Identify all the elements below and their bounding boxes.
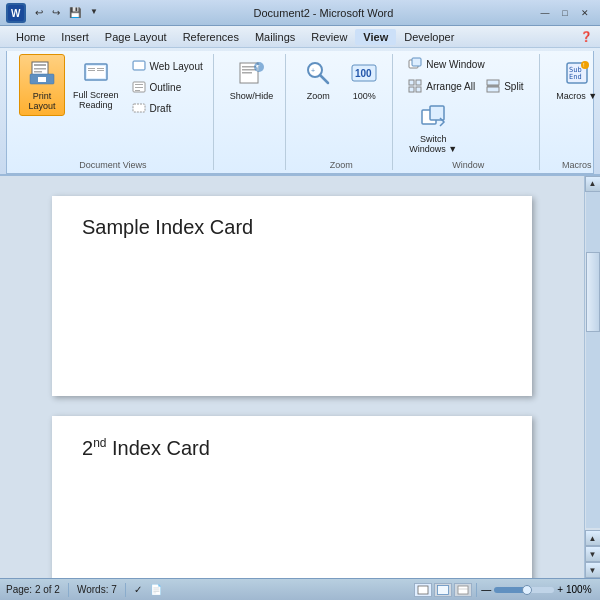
scroll-down-btn[interactable]: ▼ bbox=[585, 562, 601, 578]
show-hide-btn[interactable]: ¶ Show/Hide bbox=[224, 54, 280, 104]
zoom-group-label: Zoom bbox=[330, 158, 353, 170]
vertical-scrollbar: ▲ ▲ ▼ ▼ bbox=[584, 176, 600, 578]
zoom-slider-thumb[interactable] bbox=[522, 585, 532, 595]
menu-mailings[interactable]: Mailings bbox=[247, 29, 303, 45]
status-right: — + 100% bbox=[414, 583, 594, 597]
document-views-buttons: PrintLayout bbox=[19, 54, 207, 118]
arrange-all-label: Arrange All bbox=[426, 81, 475, 92]
scroll-thumb[interactable] bbox=[586, 252, 600, 332]
close-btn[interactable]: ✕ bbox=[576, 5, 594, 21]
svg-rect-33 bbox=[412, 58, 421, 66]
menu-home[interactable]: Home bbox=[8, 29, 53, 45]
content-area: Sample Index Card 2nd Index Card ▲ ▲ ▼ ▼ bbox=[0, 176, 600, 578]
outline-btn[interactable]: Outline bbox=[127, 77, 207, 97]
word-count[interactable]: Words: 7 bbox=[77, 584, 117, 595]
ribbon-group-window: New Window Arrange All bbox=[397, 54, 540, 170]
zoom-controls: — + 100% bbox=[481, 584, 594, 595]
svg-rect-37 bbox=[416, 87, 421, 92]
macros-btn[interactable]: Sub End ! Macros ▼ bbox=[550, 54, 600, 104]
superscript-nd: nd bbox=[93, 436, 106, 450]
save-btn[interactable]: 💾 bbox=[66, 6, 84, 19]
zoom-slider[interactable] bbox=[494, 587, 554, 593]
draft-icon bbox=[131, 100, 147, 116]
svg-rect-19 bbox=[135, 90, 140, 91]
ribbon-group-document-views: PrintLayout bbox=[13, 54, 214, 170]
menu-page-layout[interactable]: Page Layout bbox=[97, 29, 175, 45]
scroll-page-down-btn[interactable]: ▼ bbox=[585, 546, 601, 562]
svg-rect-39 bbox=[487, 87, 499, 92]
zoom-btn[interactable]: + Zoom bbox=[296, 54, 340, 104]
help-icon[interactable]: ❓ bbox=[580, 31, 592, 42]
menu-references[interactable]: References bbox=[175, 29, 247, 45]
zoom-in-btn[interactable]: + bbox=[557, 584, 563, 595]
svg-rect-48 bbox=[418, 586, 428, 594]
zoom-icon: + bbox=[302, 57, 334, 89]
print-layout-btn[interactable]: PrintLayout bbox=[19, 54, 65, 116]
arrange-all-icon bbox=[407, 78, 423, 94]
arrange-all-btn[interactable]: Arrange All bbox=[403, 76, 479, 96]
svg-rect-17 bbox=[135, 84, 143, 85]
svg-rect-13 bbox=[97, 70, 104, 71]
undo-btn[interactable]: ↩ bbox=[32, 6, 46, 19]
outline-label: Outline bbox=[150, 82, 182, 93]
app-logo: W bbox=[6, 3, 26, 23]
window-title: Document2 - Microsoft Word bbox=[111, 7, 536, 19]
menu-developer[interactable]: Developer bbox=[396, 29, 462, 45]
svg-rect-35 bbox=[416, 80, 421, 85]
draft-btn[interactable]: Draft bbox=[127, 98, 207, 118]
index-card-2: 2nd Index Card bbox=[52, 416, 532, 578]
svg-rect-9 bbox=[87, 66, 105, 78]
full-screen-reading-btn[interactable]: Full ScreenReading bbox=[67, 54, 125, 114]
new-window-btn[interactable]: New Window bbox=[403, 54, 488, 74]
document-scroll-area[interactable]: Sample Index Card 2nd Index Card bbox=[0, 176, 584, 578]
zoom-buttons: + Zoom 100 100% bbox=[296, 54, 386, 104]
ribbon-group-zoom: + Zoom 100 100% bbox=[290, 54, 393, 170]
view-full-btn[interactable] bbox=[434, 583, 452, 597]
scroll-up-btn[interactable]: ▲ bbox=[585, 176, 601, 192]
svg-rect-49 bbox=[438, 585, 449, 594]
menu-review[interactable]: Review bbox=[303, 29, 355, 45]
svg-rect-23 bbox=[242, 69, 256, 71]
web-layout-label: Web Layout bbox=[150, 61, 203, 72]
switch-windows-btn[interactable]: SwitchWindows ▼ bbox=[403, 98, 463, 158]
print-layout-label: PrintLayout bbox=[28, 92, 55, 112]
outline-icon bbox=[131, 79, 147, 95]
svg-text:End: End bbox=[569, 73, 582, 81]
web-layout-icon bbox=[131, 58, 147, 74]
menu-view[interactable]: View bbox=[355, 29, 396, 45]
svg-rect-5 bbox=[34, 71, 42, 73]
svg-rect-22 bbox=[242, 66, 256, 68]
dropdown-btn[interactable]: ▼ bbox=[87, 6, 101, 19]
maximize-btn[interactable]: □ bbox=[556, 5, 574, 21]
svg-rect-3 bbox=[34, 64, 46, 66]
web-layout-btn[interactable]: Web Layout bbox=[127, 56, 207, 76]
menu-insert[interactable]: Insert bbox=[53, 29, 97, 45]
full-screen-icon bbox=[80, 57, 112, 89]
svg-rect-12 bbox=[97, 68, 104, 69]
scroll-track[interactable] bbox=[586, 192, 600, 528]
new-window-label: New Window bbox=[426, 59, 484, 70]
scroll-page-up-btn[interactable]: ▲ bbox=[585, 530, 601, 546]
svg-rect-24 bbox=[242, 72, 252, 74]
zoom-level[interactable]: 100% bbox=[566, 584, 594, 595]
redo-btn[interactable]: ↪ bbox=[49, 6, 63, 19]
view-print-btn[interactable] bbox=[414, 583, 432, 597]
view-web-btn[interactable] bbox=[454, 583, 472, 597]
zoom-100-label: 100% bbox=[353, 91, 376, 101]
svg-rect-15 bbox=[134, 62, 144, 69]
zoom-100-btn[interactable]: 100 100% bbox=[342, 54, 386, 104]
svg-rect-4 bbox=[34, 68, 46, 70]
doc-icon[interactable]: 📄 bbox=[150, 584, 162, 595]
view-mode-buttons bbox=[414, 583, 472, 597]
ribbon-group-macros: Sub End ! Macros ▼ Macros bbox=[544, 54, 600, 170]
show-hide-label: Show/Hide bbox=[230, 91, 274, 101]
spell-check-icon[interactable]: ✓ bbox=[134, 584, 142, 595]
zoom-out-btn[interactable]: — bbox=[481, 584, 491, 595]
svg-text:W: W bbox=[11, 8, 21, 19]
switch-windows-label: SwitchWindows ▼ bbox=[409, 135, 457, 155]
ribbon: PrintLayout bbox=[0, 48, 600, 176]
split-label: Split bbox=[504, 81, 523, 92]
page-indicator[interactable]: Page: 2 of 2 bbox=[6, 584, 60, 595]
split-btn[interactable]: Split bbox=[481, 76, 527, 96]
minimize-btn[interactable]: — bbox=[536, 5, 554, 21]
